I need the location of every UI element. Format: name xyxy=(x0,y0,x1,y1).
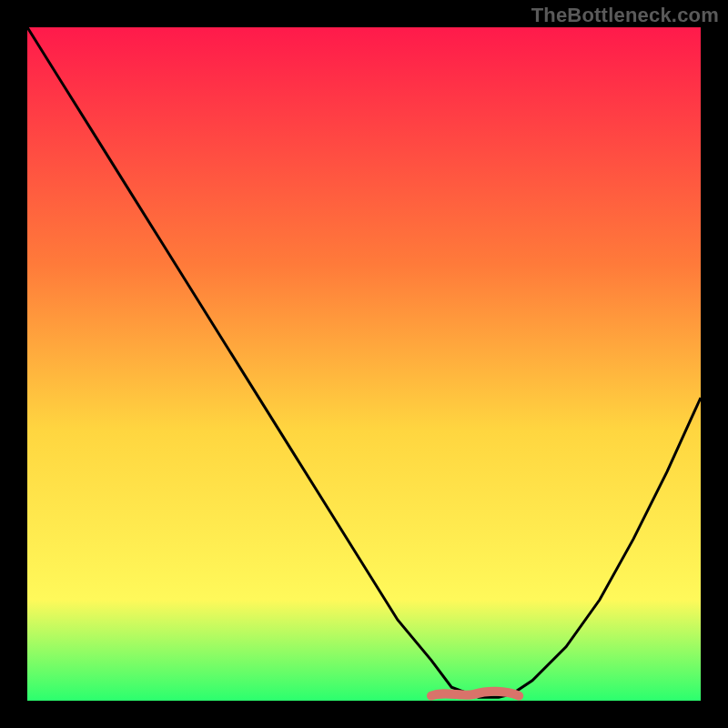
watermark-text: TheBottleneck.com xyxy=(531,4,719,27)
optimal-zone-marker xyxy=(431,692,519,696)
plot-svg xyxy=(27,27,701,701)
chart-frame: TheBottleneck.com xyxy=(0,0,728,728)
plot-area xyxy=(27,27,701,701)
